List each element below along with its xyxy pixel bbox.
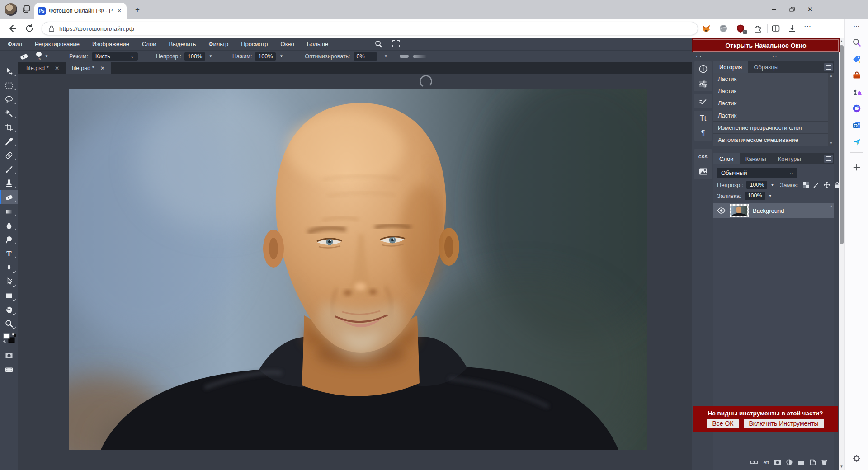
menu-file[interactable]: Файл — [8, 41, 22, 47]
history-panel-menu-icon[interactable] — [824, 63, 833, 71]
photo-of-bald-man[interactable] — [69, 89, 647, 450]
history-scrollbar[interactable]: ▲ ▼ — [828, 73, 834, 146]
menu-select[interactable]: Выделить — [169, 41, 196, 47]
lock-transparency-icon[interactable] — [802, 182, 809, 188]
history-step[interactable]: Ластик — [713, 109, 834, 122]
eyedropper-tool[interactable] — [0, 134, 18, 148]
history-step[interactable]: Изменение прозрачности слоя — [713, 122, 834, 134]
history-step[interactable]: Ластик — [713, 73, 834, 85]
gradient-tool[interactable] — [0, 204, 18, 218]
banner-enable-tools-button[interactable]: Включить Инструменты — [744, 419, 824, 428]
lock-paint-icon[interactable] — [813, 182, 820, 188]
tab-paths[interactable]: Контуры — [772, 153, 807, 164]
history-step[interactable]: Ластик — [713, 97, 834, 109]
split-screen-icon[interactable] — [771, 24, 780, 33]
profile-avatar[interactable] — [5, 3, 17, 16]
tab-layers[interactable]: Слои — [713, 153, 740, 164]
new-group-folder-icon[interactable] — [797, 460, 805, 465]
sidebar-toolbox-icon[interactable] — [852, 71, 861, 80]
layer-effects-button[interactable]: eff — [763, 460, 769, 465]
history-step[interactable]: Ластик — [713, 85, 834, 97]
brush-tool[interactable] — [0, 162, 18, 176]
sidebar-drop-icon[interactable] — [852, 137, 861, 146]
scroll-down-icon[interactable]: ▼ — [830, 141, 833, 145]
fill-input[interactable]: 100% — [745, 192, 765, 200]
text-tool[interactable]: T — [0, 246, 18, 260]
add-mask-icon[interactable] — [774, 460, 781, 465]
layers-scroll-up-icon[interactable]: ▲ — [830, 204, 833, 208]
brush-picker-dropdown-icon[interactable]: ▼ — [45, 54, 48, 58]
menu-window[interactable]: Окно — [281, 41, 294, 47]
tab-history[interactable]: История — [713, 61, 748, 73]
virtual-keyboard-icon[interactable] — [0, 362, 18, 376]
clone-stamp-tool[interactable] — [0, 176, 18, 190]
healing-brush-tool[interactable] — [0, 148, 18, 162]
paragraph-panel-icon[interactable]: ¶ — [694, 126, 712, 141]
layers-panel-menu-icon[interactable] — [824, 155, 833, 163]
brush-settings-panel-icon[interactable] — [694, 94, 712, 108]
tab-swatches[interactable]: Образцы — [748, 61, 784, 73]
path-select-tool[interactable] — [0, 274, 18, 288]
css-panel-icon[interactable]: CSS — [694, 149, 712, 164]
sidebar-more-icon[interactable]: ⋯ — [845, 23, 868, 30]
blur-tool[interactable] — [0, 218, 18, 232]
menu-layer[interactable]: Слой — [142, 41, 156, 47]
sidebar-search-icon[interactable] — [852, 38, 861, 47]
tab-close-icon[interactable]: ✕ — [116, 8, 123, 14]
window-close-button[interactable]: ✕ — [801, 0, 819, 19]
quick-mask-tool[interactable] — [0, 348, 18, 362]
tab-channels[interactable]: Каналы — [740, 153, 772, 164]
downloads-icon[interactable] — [788, 24, 797, 33]
ublock-extension-icon[interactable]: 1 — [736, 24, 745, 33]
window-minimize-button[interactable]: – — [765, 0, 783, 19]
menu-view[interactable]: Просмотр — [241, 41, 268, 47]
page-scroll-down-icon[interactable]: ▼ — [839, 465, 844, 469]
document-close-icon[interactable]: ✕ — [100, 65, 105, 71]
opacity-input[interactable]: 100% — [184, 52, 205, 61]
layer-visibility-eye-icon[interactable] — [717, 207, 726, 214]
banner-ok-button[interactable]: Все ОК — [707, 419, 739, 428]
metamask-extension-icon[interactable] — [702, 24, 711, 33]
blend-mode-select[interactable]: Обычный ⌄ — [717, 168, 797, 178]
sidebar-settings-gear-icon[interactable] — [852, 454, 861, 463]
collapse-panels-icon[interactable]: › ‹ — [772, 54, 778, 59]
layer-opacity-input[interactable]: 100% — [746, 181, 767, 189]
collapse-strip-icon[interactable]: ‹ › — [696, 54, 702, 59]
crop-tool[interactable] — [0, 120, 18, 134]
marquee-tool[interactable] — [0, 78, 18, 92]
info-panel-icon[interactable] — [694, 61, 712, 76]
delete-layer-trash-icon[interactable] — [821, 459, 828, 466]
layer-opacity-dropdown-icon[interactable]: ▼ — [770, 183, 774, 187]
refresh-icon[interactable] — [24, 24, 34, 33]
menu-image[interactable]: Изображение — [92, 41, 129, 47]
pen-tool[interactable] — [0, 260, 18, 274]
sidebar-outlook-icon[interactable] — [852, 121, 861, 130]
document-close-icon[interactable]: ✕ — [55, 65, 59, 71]
brush-size-preview[interactable]: 76 — [36, 52, 42, 61]
new-tab-button[interactable]: + — [132, 5, 143, 15]
move-tool[interactable] — [0, 64, 18, 78]
adjustments-panel-icon[interactable] — [694, 76, 712, 91]
canvas-workspace[interactable] — [18, 74, 692, 470]
optimize-input[interactable]: 0% — [354, 52, 377, 61]
document-tab-1[interactable]: file.psd * ✕ — [20, 62, 66, 74]
scroll-up-icon[interactable]: ▲ — [830, 74, 833, 78]
history-step[interactable]: Автоматическое смешивание — [713, 134, 834, 146]
lock-position-icon[interactable] — [823, 181, 830, 188]
glyphs-panel-icon[interactable]: Tt — [694, 111, 712, 126]
hand-tool[interactable] — [0, 302, 18, 316]
new-layer-icon[interactable] — [810, 459, 816, 465]
image-panel-icon[interactable] — [694, 164, 712, 179]
page-scroll-up-icon[interactable]: ▲ — [839, 39, 844, 43]
lasso-tool[interactable] — [0, 92, 18, 106]
menu-more[interactable]: Больше — [307, 41, 329, 47]
sidebar-add-icon[interactable] — [852, 163, 861, 172]
dodge-tool[interactable] — [0, 232, 18, 246]
page-scroll-thumb[interactable] — [840, 45, 844, 244]
fullscreen-icon[interactable] — [392, 40, 400, 48]
menu-edit[interactable]: Редактирование — [35, 41, 80, 47]
fill-dropdown-icon[interactable]: ▼ — [769, 194, 772, 198]
sidebar-m365-icon[interactable] — [852, 104, 861, 113]
eraser-tool[interactable] — [0, 190, 18, 204]
color-swatches[interactable] — [0, 330, 18, 348]
